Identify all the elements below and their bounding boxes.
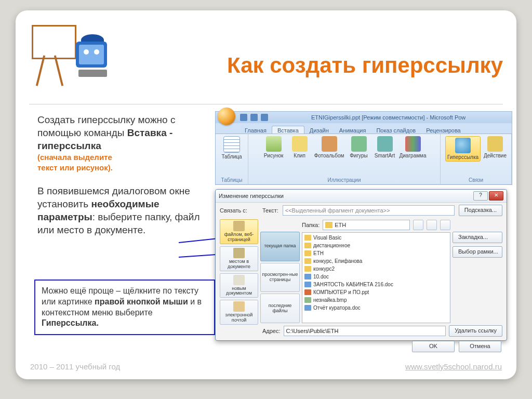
btn-table[interactable]: Таблица xyxy=(220,136,243,159)
address-label: Адрес: xyxy=(262,328,281,334)
tab-design[interactable]: Дизайн xyxy=(304,126,334,134)
list-item: незнайка.bmp xyxy=(304,296,448,304)
bookmark-button[interactable]: Закладка... xyxy=(453,232,502,243)
slide: Как создать гиперссылку Создать гиперссы… xyxy=(16,10,516,379)
file-web-icon xyxy=(233,221,245,231)
folder-combo[interactable]: ETH xyxy=(323,220,410,230)
subtab-viewed[interactable]: просмотрен-ные страницы xyxy=(260,263,300,292)
browse-file-button[interactable] xyxy=(440,220,450,230)
dialog-titlebar: Изменение гиперссылки ? ✕ xyxy=(216,190,507,203)
cancel-button[interactable]: Отмена xyxy=(459,341,501,352)
ok-button[interactable]: OK xyxy=(412,341,455,352)
globe-icon xyxy=(455,138,471,153)
redo-icon[interactable] xyxy=(261,114,268,121)
group-label-links: Связи xyxy=(443,177,509,184)
tab-home[interactable]: Главная xyxy=(240,126,272,134)
slide-title: Как создать гиперссылку xyxy=(227,53,503,78)
p1-c2: текст или рисунок). xyxy=(37,163,204,173)
close-button[interactable]: ✕ xyxy=(489,191,503,201)
dialog-main: файлом, веб-страницей местом в документе… xyxy=(216,218,507,325)
slide-header: Как создать гиперссылку xyxy=(16,10,516,98)
folder-label: Папка: xyxy=(302,222,320,228)
slide-footer: 2010 – 2011 учебный год www.svetly5schoo… xyxy=(30,362,502,371)
divider xyxy=(29,104,503,104)
group-illustrations: Рисунок Клип Фотоальбом Фигуры SmartArt … xyxy=(248,134,441,184)
text-field[interactable]: <<Выделенный фрагмент документа>> xyxy=(283,205,455,216)
remove-link-button[interactable]: Удалить ссылку xyxy=(449,325,502,337)
btn-shapes[interactable]: Фигуры xyxy=(348,136,370,158)
list-item: конкурс2 xyxy=(304,265,448,273)
help-button[interactable]: ? xyxy=(473,191,488,201)
action-icon xyxy=(487,136,503,152)
btn-action[interactable]: Действие xyxy=(484,136,507,162)
link-to-nav: файлом, веб-страницей местом в документе… xyxy=(220,219,258,323)
album-icon xyxy=(322,136,337,152)
nav-place[interactable]: местом в документе xyxy=(220,246,258,271)
footer-link[interactable]: www.svetly5school.narod.ru xyxy=(405,362,502,371)
nav-file-web[interactable]: файлом, веб-страницей xyxy=(220,219,258,244)
file-list[interactable]: Visual Basic дистанционное ETH конкурс, … xyxy=(302,232,450,323)
nav-mail[interactable]: электронной почтой xyxy=(220,300,258,325)
clip-icon xyxy=(292,136,308,152)
btn-smartart[interactable]: SmartArt xyxy=(374,136,396,158)
tip-box: Можно ещё проще – щёлкните по тексту или… xyxy=(34,280,215,335)
footer-left: 2010 – 2011 учебный год xyxy=(30,362,120,371)
list-item: КОМПЬЮТЕР и ПО.ppt xyxy=(304,288,448,296)
list-item: дистанционное xyxy=(304,242,448,249)
place-icon xyxy=(233,248,245,258)
tip-b: правой кнопкой мыши xyxy=(95,297,188,306)
dialog-footer: OK Отмена xyxy=(216,339,507,355)
address-row: Адрес: C:\Users\Public\ETH Удалить ссылк… xyxy=(216,325,507,339)
group-label-tables: Таблицы xyxy=(218,177,246,184)
btn-album[interactable]: Фотоальбом xyxy=(314,136,344,158)
nav-newdoc[interactable]: новым документом xyxy=(220,273,258,298)
hint-button[interactable]: Подсказка... xyxy=(459,205,502,216)
folder-icon xyxy=(325,222,332,228)
p1-c1: (сначала выделите xyxy=(37,152,204,163)
up-button[interactable] xyxy=(413,220,423,230)
frame-button[interactable]: Выбор рамки... xyxy=(453,246,502,258)
text-label: Текст: xyxy=(262,207,278,214)
picture-icon xyxy=(266,136,282,152)
btn-clip[interactable]: Клип xyxy=(288,136,311,158)
p2-d: или место в документе. xyxy=(37,223,204,236)
undo-icon[interactable] xyxy=(250,114,258,121)
table-icon xyxy=(223,136,240,153)
smartart-icon xyxy=(377,136,393,152)
dialog-row-text: Связать с: Текст: <<Выделенный фрагмент … xyxy=(216,203,507,218)
tab-animation[interactable]: Анимация xyxy=(334,126,371,134)
link-to-label: Связать с: xyxy=(220,207,258,214)
easel-icon xyxy=(29,21,81,83)
quick-access-toolbar: ETNIGiperssilki.ppt [Режим совместимости… xyxy=(216,112,512,123)
subtab-current[interactable]: текущая папка xyxy=(260,232,300,261)
subtab-recent[interactable]: последние файлы xyxy=(260,294,300,323)
folder-row: Папка: ETH xyxy=(302,219,450,231)
instruction-text: Создать гиперссылку можно с помощью кома… xyxy=(37,113,204,236)
tab-insert[interactable]: Вставка xyxy=(272,126,304,134)
btn-chart[interactable]: Диаграмма xyxy=(400,136,427,158)
powerpoint-ribbon: ETNIGiperssilki.ppt [Режим совместимости… xyxy=(215,111,512,185)
group-links: Гиперссылка Действие Связи xyxy=(441,134,512,184)
side-buttons: Закладка... Выбор рамки... xyxy=(453,232,502,323)
btn-hyperlink[interactable]: Гиперссылка xyxy=(445,136,481,162)
list-item: конкурс, Епифанова xyxy=(304,257,448,265)
tip-d: Гиперссылка. xyxy=(42,318,99,327)
btn-picture[interactable]: Рисунок xyxy=(262,136,285,158)
tab-slideshow[interactable]: Показ слайдов xyxy=(371,126,421,134)
tab-review[interactable]: Рецензирова xyxy=(421,126,466,134)
list-item: ETH xyxy=(304,249,448,257)
browse-web-button[interactable] xyxy=(427,220,437,230)
ribbon-strip: Таблица Таблицы Рисунок Клип Фотоальбом … xyxy=(216,134,512,184)
list-item: 10.doc xyxy=(304,273,448,281)
newdoc-icon xyxy=(233,275,245,285)
mail-icon xyxy=(233,301,245,312)
save-icon[interactable] xyxy=(240,114,247,121)
slide-body: Создать гиперссылку можно с помощью кома… xyxy=(29,111,509,353)
office-button[interactable] xyxy=(218,108,235,125)
list-item: ЗАНЯТОСТЬ КАБИНЕТА 216.doc xyxy=(304,281,448,288)
list-item: Visual Basic xyxy=(304,234,448,242)
dialog-title: Изменение гиперссылки xyxy=(219,193,284,199)
address-field[interactable]: C:\Users\Public\ETH xyxy=(284,326,446,336)
group-tables: Таблица Таблицы xyxy=(216,134,248,184)
list-item: Отчёт куратора.doc xyxy=(304,304,448,312)
